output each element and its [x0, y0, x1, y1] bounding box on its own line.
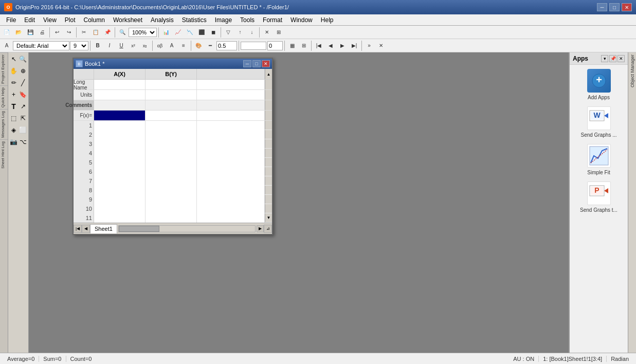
comments-a-cell[interactable] — [94, 100, 146, 110]
graph-btn3[interactable]: 📉 — [184, 27, 195, 38]
project-explorer-tab[interactable]: Project Explorer — [0, 52, 8, 85]
cell-a-7[interactable] — [94, 176, 146, 186]
nav-last-btn[interactable]: ▶| — [349, 40, 360, 51]
annotate-tool[interactable]: 🔖 — [19, 89, 27, 100]
fx-a-cell[interactable] — [94, 111, 146, 120]
arrow-tool[interactable]: ↗ — [19, 101, 27, 112]
graph-btn1[interactable]: 📊 — [160, 27, 172, 38]
fx-b-cell[interactable] — [146, 111, 197, 120]
units-a-cell[interactable] — [94, 90, 146, 100]
cell-b-9[interactable] — [146, 195, 197, 204]
cell-a-1[interactable] — [94, 121, 146, 130]
superscript-btn[interactable]: x² — [128, 40, 139, 51]
bold-btn[interactable]: B — [92, 40, 103, 51]
maximize-button[interactable]: □ — [609, 3, 620, 11]
cell-b-10[interactable] — [146, 204, 197, 213]
sheet-nav-prev[interactable]: ◀ — [82, 225, 90, 233]
subscript-btn[interactable]: x₂ — [139, 40, 151, 51]
menu-analysis[interactable]: Analysis — [147, 14, 178, 26]
script-tool[interactable]: ⌥ — [19, 136, 27, 148]
cell-b-2[interactable] — [146, 130, 197, 139]
line-tool[interactable]: ╱ — [19, 77, 27, 88]
book-close-btn[interactable]: ✕ — [262, 60, 270, 67]
menu-column[interactable]: Column — [80, 14, 109, 26]
nav-prev-btn[interactable]: |◀ — [313, 40, 324, 51]
line-style-btn[interactable]: ━ — [205, 40, 216, 51]
sort-asc-btn[interactable]: ↑ — [234, 27, 246, 38]
cell-b-11[interactable] — [146, 213, 197, 223]
text-tool[interactable]: T — [9, 101, 18, 112]
new-btn[interactable]: 📄 — [1, 27, 12, 38]
menu-plot[interactable]: Plot — [61, 14, 80, 26]
draw-tool[interactable]: ✏ — [9, 77, 18, 88]
menu-window[interactable]: Window — [286, 14, 317, 26]
long-name-a-cell[interactable] — [94, 80, 146, 89]
pick-tool[interactable]: ⊕ — [19, 65, 27, 77]
units-b-cell[interactable] — [146, 90, 197, 100]
cell-b-3[interactable] — [146, 139, 197, 149]
sheet-resize-handle[interactable]: ⊿ — [264, 225, 272, 233]
cut-btn[interactable]: ✂ — [78, 27, 89, 38]
col-a-header[interactable]: A(X) — [94, 69, 146, 79]
copy-btn[interactable]: 📋 — [90, 27, 101, 38]
col-b-header[interactable]: B(Y) — [146, 69, 197, 79]
line-width-input[interactable] — [216, 41, 237, 50]
grid-btn[interactable]: ⊞ — [298, 40, 310, 51]
send-graphs-1-item[interactable]: W Send Graphs ... — [574, 106, 624, 138]
sheet-tab-sheet1[interactable]: Sheet1 — [90, 224, 117, 233]
apps-panel-toggle-btn[interactable]: ▾ — [601, 55, 608, 62]
menu-tools[interactable]: Tools — [236, 14, 259, 26]
zoom-tool[interactable]: 🔍 — [19, 53, 27, 65]
text-align-btn[interactable]: ≡ — [178, 40, 189, 51]
zoom-in-btn[interactable]: 🔍 — [117, 27, 128, 38]
cell-a-6[interactable] — [94, 167, 146, 176]
fill-color-btn[interactable]: 🎨 — [193, 40, 204, 51]
menu-statistics[interactable]: Statistics — [178, 14, 211, 26]
book-restore-btn[interactable]: □ — [252, 60, 261, 67]
long-name-b-cell[interactable] — [146, 80, 197, 89]
pattern-btn[interactable]: ▦ — [286, 40, 298, 51]
cell-a-2[interactable] — [94, 130, 146, 139]
font-family-dropdown[interactable]: Default: Arial — [13, 41, 69, 50]
undo-btn[interactable]: ↩ — [51, 27, 63, 38]
apps-panel-close-btn[interactable]: ✕ — [617, 55, 625, 62]
cell-b-7[interactable] — [146, 176, 197, 186]
sort-desc-btn[interactable]: ↓ — [246, 27, 258, 38]
plus-tool[interactable]: + — [9, 89, 18, 100]
cell-a-9[interactable] — [94, 195, 146, 204]
cell-b-4[interactable] — [146, 149, 197, 158]
send-graphs-2-item[interactable]: P Send Graphs t... — [574, 181, 624, 213]
cell-b-6[interactable] — [146, 167, 197, 176]
cell-b-5[interactable] — [146, 158, 197, 167]
region-tool[interactable]: ◈ — [9, 124, 18, 136]
cell-a-8[interactable] — [94, 186, 146, 195]
more-btn[interactable]: » — [364, 40, 375, 51]
menu-worksheet[interactable]: Worksheet — [109, 14, 147, 26]
save-btn[interactable]: 💾 — [25, 27, 36, 38]
apps-panel-pin-btn[interactable]: 📌 — [609, 55, 616, 62]
sheet-hint-log-tab[interactable]: Sheet Hint Log — [0, 139, 8, 170]
graph-btn5[interactable]: ◼ — [208, 27, 219, 38]
comments-b-cell[interactable] — [146, 100, 197, 110]
add-apps-item[interactable]: + Add Apps — [574, 69, 624, 100]
pointer-tool[interactable]: ↖ — [9, 53, 18, 65]
object-manager-tab[interactable]: Object Manager — [628, 52, 636, 353]
zoom-dropdown[interactable]: 100% 75% 150% — [129, 28, 157, 37]
scroll-down-arrow[interactable]: ▼ — [265, 213, 272, 222]
cell-a-5[interactable] — [94, 158, 146, 167]
filter-btn[interactable]: ▽ — [223, 27, 234, 38]
pan-tool[interactable]: ✋ — [9, 65, 18, 77]
graph-btn2[interactable]: 📈 — [172, 27, 184, 38]
cell-b-1[interactable] — [146, 121, 197, 130]
italic-btn[interactable]: I — [104, 40, 115, 51]
color-value-input[interactable] — [267, 41, 283, 50]
open-btn[interactable]: 📂 — [13, 27, 24, 38]
underline-btn[interactable]: U — [116, 40, 127, 51]
menu-help[interactable]: Help — [317, 14, 338, 26]
menu-view[interactable]: View — [39, 14, 61, 26]
font-color-btn[interactable]: A — [166, 40, 177, 51]
object-manager-label[interactable]: Object Manager — [629, 52, 635, 89]
vert-scroll-top[interactable]: ▲ — [265, 69, 272, 79]
print-btn[interactable]: 🖨 — [37, 27, 48, 38]
roi-tool[interactable]: ⬚ — [9, 113, 18, 124]
